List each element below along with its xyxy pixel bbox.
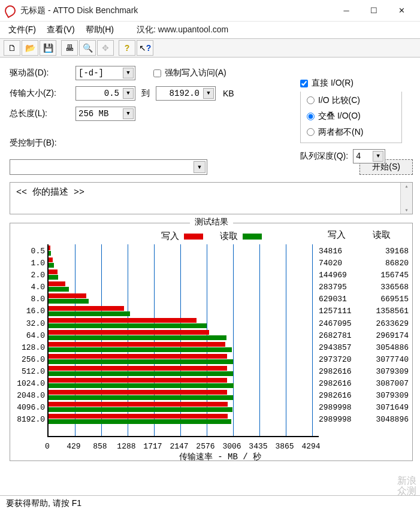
help-icon[interactable]: ? [119, 40, 135, 56]
y-tick-label: 4.0 [14, 281, 47, 293]
total-length-label: 总长度(L): [10, 108, 75, 119]
result-row: 29826163079309 [319, 390, 409, 402]
y-tick-label: 512.0 [14, 366, 47, 378]
new-file-icon[interactable]: 🗋 [4, 40, 20, 56]
read-bar [49, 395, 233, 400]
y-tick-label: 8192.0 [14, 414, 47, 426]
y-tick-label: 2048.0 [14, 390, 47, 402]
print-preview-icon[interactable]: 🔍 [79, 40, 96, 56]
content-area: 驱动器(D): [-d-] ▼ 强制写入访问(A) 传输大小(Z): 0.5 ▼… [0, 57, 420, 465]
x-tick-label: 429 [67, 442, 80, 451]
overlap-io-radio[interactable]: 交叠 I/O(O) [307, 111, 361, 122]
transfer-to-select[interactable]: 8192.0 ▼ [156, 86, 216, 101]
read-bar [49, 335, 226, 340]
menu-view[interactable]: 查看(V) [47, 25, 75, 35]
result-row: 29899983048896 [319, 414, 409, 426]
results-panel: 测试结果 写入 读取 写入 读取 0.51.02.04.08.016.032.0… [10, 223, 413, 461]
maximize-button[interactable]: ☐ [360, 2, 388, 20]
force-write-checkbox[interactable]: 强制写入访问(A) [153, 68, 226, 78]
write-bar [49, 293, 86, 298]
result-row: 629031669515 [319, 293, 409, 305]
localization-credit: 汉化: www.upantool.com [137, 25, 228, 35]
statusbar: 要获得帮助, 请按 F1 [0, 495, 420, 512]
x-tick-label: 3006 [222, 442, 241, 451]
result-row: 3481639168 [319, 246, 409, 257]
drive-select[interactable]: [-d-] ▼ [75, 66, 135, 80]
transfer-size-label: 传输大小(Z): [10, 88, 75, 99]
move-icon[interactable]: ✥ [97, 40, 114, 56]
io-compare-radio[interactable]: I/O 比较(C) [307, 95, 360, 106]
menubar: 文件(F) 查看(V) 帮助(H) 汉化: www.upantool.com [0, 22, 420, 38]
queue-depth-label: 队列深度(Q): [300, 151, 348, 162]
result-values: 3481639168740208682014496915674528379533… [319, 244, 409, 442]
print-icon[interactable]: 🖶 [61, 40, 78, 56]
menu-file[interactable]: 文件(F) [8, 25, 36, 35]
read-bar [49, 311, 130, 316]
write-bar [49, 390, 227, 395]
x-tick-label: 858 [93, 442, 107, 451]
write-swatch [184, 234, 203, 240]
open-file-icon[interactable]: 📂 [22, 40, 38, 56]
result-row: 29826163079309 [319, 366, 409, 378]
result-row: 29737203077740 [319, 354, 409, 366]
chevron-down-icon: ▼ [373, 151, 383, 162]
minimize-button[interactable]: ─ [333, 2, 360, 20]
save-file-icon[interactable]: 💾 [40, 40, 56, 56]
x-tick-label: 4294 [301, 442, 320, 451]
write-bar [49, 257, 53, 262]
write-bar [49, 246, 50, 250]
x-tick-label: 2576 [196, 442, 214, 451]
y-tick-label: 128.0 [14, 342, 47, 354]
results-title: 测试结果 [190, 217, 233, 228]
result-row: 7402086820 [319, 257, 409, 269]
result-row: 283795336568 [319, 281, 409, 293]
read-bar [49, 359, 233, 364]
y-tick-label: 256.0 [14, 354, 47, 366]
io-options-panel: 直接 I/O(R) I/O 比较(C) 交叠 I/O(O) 两者都不(N) [300, 78, 402, 168]
y-tick-label: 1.0 [14, 257, 47, 269]
y-tick-label: 0.5 [14, 246, 47, 257]
chevron-down-icon: ▼ [123, 88, 134, 99]
unit-kb: KB [223, 89, 234, 98]
write-bar [49, 354, 227, 359]
result-row: 26827812969174 [319, 330, 409, 342]
watermark: 新浪 众测 [397, 475, 416, 496]
write-bar [49, 414, 228, 419]
x-axis-label: 传输速率 - MB / 秒 [32, 452, 409, 462]
context-help-icon[interactable]: ↖? [137, 40, 153, 56]
transfer-from-select[interactable]: 0.5 ▼ [75, 86, 135, 101]
toolbar: 🗋 📂 💾 🖶 🔍 ✥ ? ↖? [0, 38, 420, 57]
write-bar [49, 281, 65, 286]
y-tick-label: 1024.0 [14, 378, 47, 390]
read-bar [49, 287, 69, 292]
result-columns-header: 写入 读取 [314, 229, 404, 241]
total-length-select[interactable]: 256 MB ▼ [75, 107, 135, 121]
write-bar [49, 306, 124, 311]
read-bar [49, 299, 89, 304]
window-controls: ─ ☐ ✕ [333, 2, 415, 20]
drive-label: 驱动器(D): [10, 68, 75, 78]
close-button[interactable]: ✕ [388, 2, 415, 20]
description-box[interactable]: << 你的描述 >> ▴▾ [10, 182, 413, 214]
write-bar [49, 269, 58, 274]
y-tick-label: 32.0 [14, 318, 47, 330]
neither-radio[interactable]: 两者都不(N) [307, 127, 363, 138]
legend-write: 写入 [161, 231, 203, 242]
x-tick-label: 2147 [170, 442, 188, 451]
x-tick-label: 1288 [117, 442, 135, 451]
write-bar [49, 366, 227, 371]
window-title: 无标题 - ATTO Disk Benchmark [20, 5, 333, 16]
controlled-by-select[interactable]: ▼ [10, 159, 207, 175]
y-tick-label: 8.0 [14, 293, 47, 305]
chevron-down-icon: ▼ [123, 68, 134, 78]
read-bar [49, 347, 232, 352]
menu-help[interactable]: 帮助(H) [86, 25, 114, 35]
result-row: 29899983071649 [319, 402, 409, 414]
to-label: 到 [141, 88, 150, 99]
y-tick-label: 64.0 [14, 330, 47, 342]
scrollbar[interactable]: ▴▾ [400, 183, 412, 214]
y-axis-labels: 0.51.02.04.08.016.032.064.0128.0256.0512… [14, 244, 47, 442]
app-icon [3, 3, 18, 18]
direct-io-checkbox[interactable]: 直接 I/O(R) [300, 78, 353, 89]
queue-depth-select[interactable]: 4 ▼ [353, 149, 385, 163]
